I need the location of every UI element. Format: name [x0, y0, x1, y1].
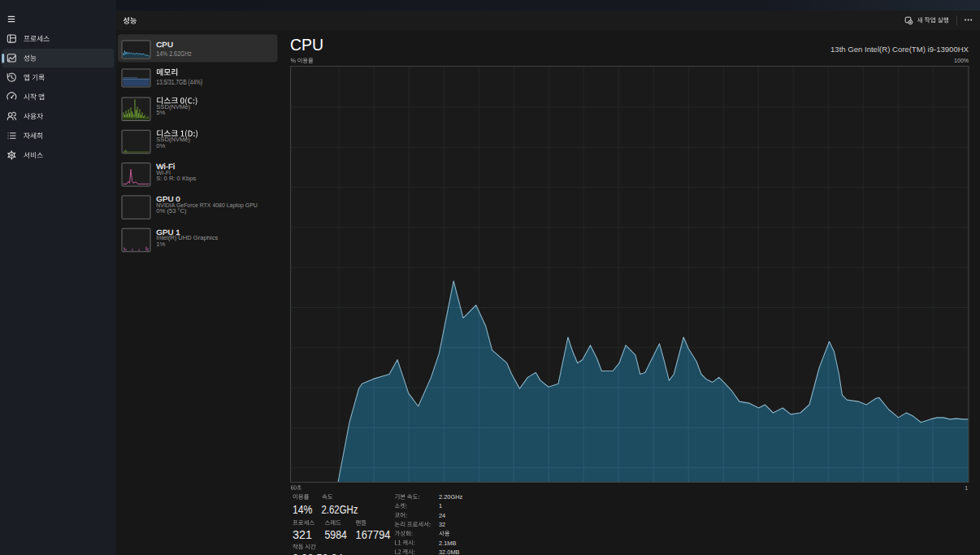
svg-text:100%: 100%	[954, 58, 969, 63]
svg-text:0:06:52:04: 0:06:52:04	[293, 551, 343, 555]
svg-text:24: 24	[439, 512, 445, 519]
svg-text:5984: 5984	[325, 527, 348, 541]
svg-text:14% 2.62GHz: 14% 2.62GHz	[156, 50, 192, 58]
svg-text:5%: 5%	[156, 109, 165, 116]
svg-text:0% (53 °C): 0% (53 °C)	[156, 207, 187, 215]
svg-text:1: 1	[965, 485, 968, 491]
svg-text:13th Gen Intel(R) Core(TM) i9-: 13th Gen Intel(R) Core(TM) i9-13900HX	[830, 46, 969, 54]
svg-text:1: 1	[439, 502, 442, 509]
svg-text:Intel(R) UHD Graphics: Intel(R) UHD Graphics	[156, 234, 218, 241]
svg-text:2.20GHz: 2.20GHz	[439, 493, 462, 501]
svg-text:14%: 14%	[293, 502, 313, 516]
svg-text:2.1MB: 2.1MB	[439, 540, 456, 547]
svg-text:13.5/31.7GB (44%): 13.5/31.7GB (44%)	[156, 78, 202, 86]
svg-text:CPU: CPU	[290, 36, 323, 54]
svg-text:CPU: CPU	[156, 40, 173, 49]
svg-text:0%: 0%	[156, 142, 165, 150]
svg-text:32.0MB: 32.0MB	[439, 548, 460, 555]
svg-text:32: 32	[439, 521, 445, 528]
svg-text:1%: 1%	[156, 241, 165, 248]
svg-text:321: 321	[293, 527, 312, 541]
svg-text:167794: 167794	[356, 527, 391, 541]
svg-text:S: 0 R: 0 Kbps: S: 0 R: 0 Kbps	[156, 175, 196, 182]
svg-text:2.62GHz: 2.62GHz	[322, 502, 358, 516]
